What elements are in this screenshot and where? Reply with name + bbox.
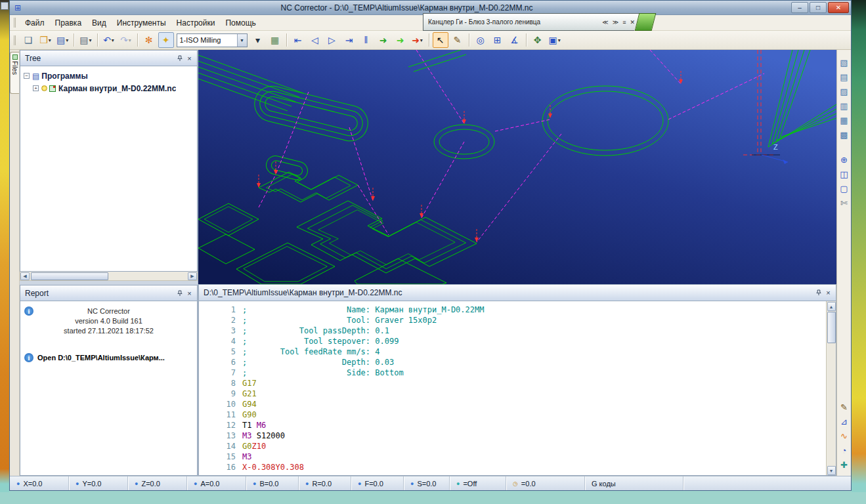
play-button[interactable]: ▷ (324, 32, 340, 48)
dropdown-arrow-icon[interactable]: ▾ (558, 37, 561, 43)
transform-button[interactable]: ✥ (530, 32, 546, 48)
dropdown-arrow-icon[interactable]: ▾ (66, 37, 68, 43)
dropdown-arrow-icon[interactable]: ▾ (420, 37, 423, 43)
view-front-left-button[interactable]: ▧ (838, 56, 851, 69)
menu-item-settings[interactable]: Настройки (171, 16, 221, 30)
code-line[interactable]: 3; Tool passDepth: 0.1 (199, 326, 826, 336)
go-last-button[interactable]: ⇥ (341, 32, 357, 48)
code-line[interactable]: 11G90 (199, 410, 826, 420)
go-first-button[interactable]: ⇤ (290, 32, 306, 48)
code-line[interactable]: 6; Depth: 0.03 (199, 357, 826, 368)
edit-path-button[interactable]: ✎ (838, 400, 851, 413)
dropdown-arrow-icon[interactable]: ▾ (89, 37, 91, 43)
code-line[interactable]: 13M3 S12000 (199, 430, 826, 441)
zoom-extents-button[interactable]: ▢ (838, 182, 851, 195)
view-left-button[interactable]: ▥ (838, 99, 851, 112)
scroll-thumb[interactable] (31, 272, 108, 280)
maximize-button[interactable]: □ (810, 2, 827, 13)
saw-button[interactable]: ∿ (838, 429, 851, 442)
tree-item-program[interactable]: + Карман внутри_M-D0.22MM.nc (22, 82, 196, 94)
code-line[interactable]: 12T1 M6 (199, 420, 826, 430)
scroll-up-icon[interactable]: ▲ (827, 302, 836, 311)
select-cursor-button[interactable]: ↖ (433, 32, 448, 48)
new-file-button[interactable]: ❏ (20, 32, 36, 48)
scroll-right-icon[interactable]: ▶ (188, 272, 197, 280)
player-close-button[interactable]: ✕ (630, 19, 635, 26)
view-top-button[interactable]: ▤ (838, 70, 851, 83)
run-fast-button[interactable]: ➜ (393, 32, 408, 48)
tree-root-programs[interactable]: − ▤ Программы (22, 70, 196, 82)
code-vertical-scrollbar[interactable]: ▲ ▼ (826, 301, 836, 475)
code-line[interactable]: 9G21 (199, 388, 826, 399)
center-view-button[interactable]: ◎ (473, 32, 488, 48)
simulation-settings-button[interactable]: ▦ (267, 32, 283, 48)
tree-view[interactable]: − ▤ Программы + Карман внутри_M-D0.22MM.… (20, 66, 198, 272)
visibility-bulb-icon[interactable] (41, 85, 47, 91)
tree-horizontal-scrollbar[interactable]: ◀ ▶ (20, 272, 198, 281)
pause-button[interactable]: ‖ (358, 32, 374, 48)
interpolator-menu-button[interactable]: ▾ (250, 32, 266, 48)
step-back-button[interactable]: ◁ (307, 32, 323, 48)
code-line[interactable]: 16X-0.308Y0.308 (199, 462, 826, 472)
scroll-left-icon[interactable]: ◀ (20, 272, 30, 280)
dropdown-arrow-icon[interactable]: ▾ (49, 37, 51, 43)
code-lines[interactable]: 1; Name: Карман внутри_M-D0.22MM2; Tool:… (199, 301, 826, 475)
registration-key-button[interactable]: ✦ (158, 32, 174, 48)
machine-view-button[interactable]: ▣▾ (547, 32, 563, 48)
combo-dropdown-icon[interactable]: ▼ (237, 34, 247, 47)
print-button[interactable]: ▤▾ (77, 32, 93, 48)
open-file-button[interactable]: ❒▾ (37, 32, 53, 48)
view-front-right-button[interactable]: ▨ (838, 85, 851, 98)
minimize-button[interactable]: – (791, 2, 808, 13)
music-player-overlay[interactable]: Канцлер Ги - Блюз 3-палого ленивца ≪≫≡✕ (423, 13, 654, 31)
viewport-canvas[interactable]: Z (198, 50, 836, 284)
code-line[interactable]: 2; Tool: Graver 15x0p2 (199, 315, 826, 326)
interpolator-select[interactable]: 1-ISO Milling▼ (177, 33, 248, 47)
collapse-icon[interactable]: − (24, 73, 30, 79)
view-right-button[interactable]: ▦ (838, 114, 851, 127)
menubar-grip[interactable] (14, 18, 17, 28)
close-panel-button[interactable]: × (823, 288, 833, 298)
code-line[interactable]: 4; Tool stepover: 0.099 (199, 336, 826, 346)
menu-item-help[interactable]: Помощь (220, 16, 261, 30)
pin-icon[interactable] (175, 288, 184, 298)
player-next-button[interactable]: ≫ (613, 19, 618, 26)
zoom-in-button[interactable]: ⊕ (838, 153, 851, 166)
player-prev-button[interactable]: ≪ (602, 19, 608, 26)
menu-item-edit[interactable]: Правка (50, 16, 87, 30)
toolbar-grip[interactable] (14, 35, 17, 45)
grid-button[interactable]: ⊞ (490, 32, 506, 48)
dropdown-arrow-icon[interactable]: ▾ (112, 37, 114, 43)
scroll-track[interactable] (827, 311, 836, 465)
run-to-break-button[interactable]: ➜▾ (410, 32, 425, 48)
code-line[interactable]: 8G17 (199, 378, 826, 388)
menu-item-file[interactable]: Файл (20, 16, 50, 30)
code-line[interactable]: 15M3 (199, 452, 826, 462)
code-line[interactable]: 14G0Z10 (199, 441, 826, 452)
close-panel-button[interactable]: × (184, 288, 194, 298)
undo-button[interactable]: ↶▾ (101, 32, 117, 48)
knife-button[interactable]: ✄ (838, 196, 851, 209)
drill-button[interactable]: ✚ (838, 458, 851, 471)
code-line[interactable]: 10G94 (199, 399, 826, 410)
close-panel-button[interactable]: × (184, 53, 194, 63)
zoom-window-button[interactable]: ◫ (838, 167, 851, 180)
expand-icon[interactable]: + (33, 85, 39, 91)
code-line[interactable]: 1; Name: Карман внутри_M-D0.22MM (199, 304, 826, 315)
pin-icon[interactable] (175, 53, 184, 63)
dropdown-arrow-icon[interactable]: ▾ (129, 37, 131, 43)
scroll-track[interactable] (30, 272, 188, 280)
menu-item-tools[interactable]: Инструменты (112, 16, 171, 30)
code-line[interactable]: 5; Tool feedRate mm/s: 4 (199, 346, 826, 357)
scroll-thumb[interactable] (827, 312, 836, 343)
save-button[interactable]: ▤▾ (54, 32, 70, 48)
files-tab[interactable]: Files (10, 52, 19, 94)
player-playlist-button[interactable]: ≡ (622, 19, 626, 26)
menu-item-view[interactable]: Вид (87, 16, 112, 30)
options-button[interactable]: ✻ (141, 32, 157, 48)
run-button[interactable]: ➜ (376, 32, 391, 48)
view-isometric-button[interactable]: ▩ (838, 128, 851, 141)
scroll-down-icon[interactable]: ▼ (827, 466, 836, 475)
edit-mode-button[interactable]: ✎ (450, 32, 465, 48)
close-button[interactable]: ✕ (828, 2, 849, 13)
